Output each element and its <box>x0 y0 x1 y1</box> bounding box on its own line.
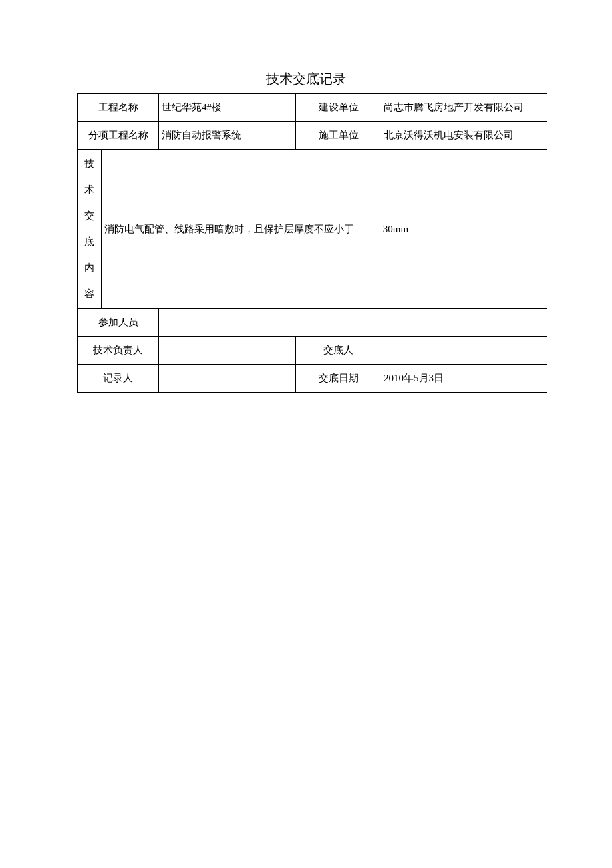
value-participants <box>159 309 547 337</box>
value-construct-unit: 北京沃得沃机电安装有限公司 <box>381 122 547 150</box>
content-side-label: 技 术 交 底 内 容 <box>78 150 102 309</box>
row-recorder: 记录人 交底日期 2010年5月3日 <box>78 365 547 393</box>
label-subproject: 分项工程名称 <box>78 122 159 150</box>
value-subproject: 消防自动报警系统 <box>159 122 296 150</box>
label-disclose-date: 交底日期 <box>296 365 381 393</box>
page-title: 技术交底记录 <box>0 70 612 88</box>
side-char-3: 交 <box>84 210 94 221</box>
record-table: 工程名称 世纪华苑4#楼 建设单位 尚志市腾飞房地产开发有限公司 分项工程名称 … <box>77 93 547 393</box>
label-recorder: 记录人 <box>78 365 159 393</box>
value-disclose-date: 2010年5月3日 <box>381 365 547 393</box>
side-char-1: 技 <box>84 158 94 169</box>
row-subproject: 分项工程名称 消防自动报警系统 施工单位 北京沃得沃机电安装有限公司 <box>78 122 547 150</box>
row-content: 技 术 交 底 内 容 消防电气配管、线路采用暗敷时，且保护层厚度不应小于 30… <box>78 150 547 309</box>
label-disclose-person: 交底人 <box>296 337 381 365</box>
value-techlead <box>159 337 296 365</box>
value-recorder <box>159 365 296 393</box>
label-techlead: 技术负责人 <box>78 337 159 365</box>
label-participants: 参加人员 <box>78 309 159 337</box>
side-char-6: 容 <box>84 288 94 299</box>
side-char-5: 内 <box>84 262 94 273</box>
side-char-2: 术 <box>84 184 94 195</box>
row-techlead: 技术负责人 交底人 <box>78 337 547 365</box>
content-body: 消防电气配管、线路采用暗敷时，且保护层厚度不应小于 30mm <box>102 150 547 309</box>
content-text-1: 消防电气配管、线路采用暗敷时，且保护层厚度不应小于 <box>104 223 354 236</box>
label-build-unit: 建设单位 <box>296 94 381 122</box>
value-build-unit: 尚志市腾飞房地产开发有限公司 <box>381 94 547 122</box>
row-participants: 参加人员 <box>78 309 547 337</box>
value-disclose-person <box>381 337 547 365</box>
label-construct-unit: 施工单位 <box>296 122 381 150</box>
side-char-4: 底 <box>84 236 94 247</box>
top-rule <box>64 63 561 63</box>
row-project: 工程名称 世纪华苑4#楼 建设单位 尚志市腾飞房地产开发有限公司 <box>78 94 547 122</box>
label-project-name: 工程名称 <box>78 94 159 122</box>
value-project-name: 世纪华苑4#楼 <box>159 94 296 122</box>
content-text-2: 30mm <box>383 224 408 235</box>
